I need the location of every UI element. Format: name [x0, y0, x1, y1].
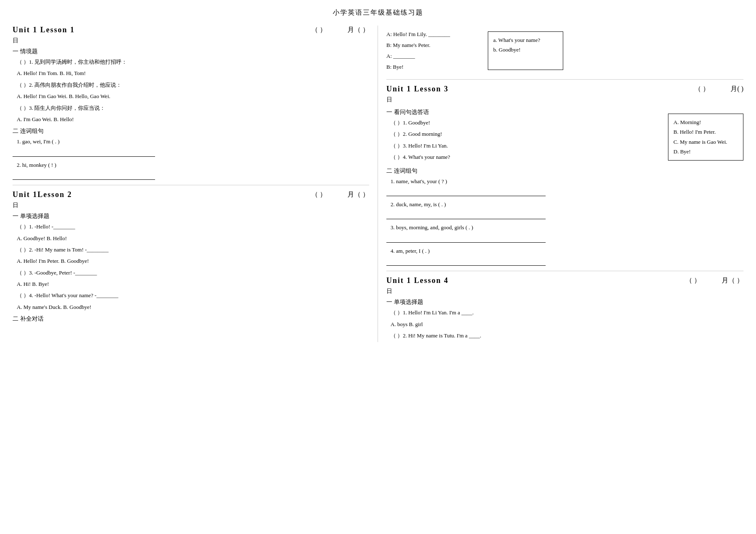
l3-ans-b: B. Hello! I'm Peter.: [673, 127, 738, 137]
unit1-lesson1-header: Unit 1 Lesson 1 （ ） 月（ ）: [13, 26, 369, 34]
l2-q1: （ ）1. -Hello! -________: [13, 222, 369, 231]
lesson2-dialogue: A: Hello! I'm Lily. ________ B: My name'…: [386, 29, 743, 73]
lesson3-content: 一 看问句选答语 （ ）1. Goodbye! （ ）2. Good morni…: [386, 105, 743, 164]
l4-q2: （ ）2. Hi! My name is Tutu. I'm a ____.: [386, 331, 743, 340]
unit1-lesson3-header: Unit 1 Lesson 3 （ ） 月( ): [386, 85, 743, 93]
l3-ans-a: A. Morning!: [673, 117, 738, 127]
unit1-lesson4-month: 月（ ）: [722, 276, 743, 285]
unit1-lesson4-date: 日: [386, 288, 743, 295]
unit1-lesson1-s2-q2: 2. hi, monkey ( ! ): [13, 160, 369, 170]
unit1-lesson1-section: Unit 1 Lesson 1 （ ） 月（ ） 日 一 情境题 （ ）1. 见…: [13, 26, 369, 180]
question-1-2: （ ）2. 高伟向朋友作自我介绍时，他应说：: [13, 80, 369, 90]
lesson3-answer-box: A. Morning! B. Hello! I'm Peter. C. My n…: [668, 114, 743, 161]
lesson3-questions: 一 看问句选答语 （ ）1. Goodbye! （ ）2. Good morni…: [386, 105, 660, 164]
divider-1: [13, 185, 369, 185]
l3-q3: （ ）3. Hello! I'm Li Yan.: [386, 141, 660, 150]
unit1-lesson2-header: Unit 1Lesson 2 （ ） 月（ ）: [13, 190, 369, 199]
unit1-lesson4-title: Unit 1 Lesson 4: [386, 276, 686, 285]
unit1-lesson2-title: Unit 1Lesson 2: [13, 190, 311, 199]
main-content: Unit 1 Lesson 1 （ ） 月（ ） 日 一 情境题 （ ）1. 见…: [13, 26, 743, 342]
unit1-lesson1-section1-title: 一 情境题: [13, 48, 369, 55]
l3-q2: （ ）2. Good morning!: [386, 129, 660, 139]
question-1-1-options: A. Hello! I'm Tom. B. Hi, Tom!: [13, 68, 369, 78]
unit1-lesson3-section: Unit 1 Lesson 3 （ ） 月( ) 日 一 看问句选答语 （ ）1…: [386, 85, 743, 266]
unit1-lesson3-month: 月( ): [730, 85, 743, 93]
l4-q1-options: A. boys B. girl: [386, 319, 743, 329]
dialogue-line-2: B: My name's Peter.: [386, 40, 450, 51]
answer-a: a. What's your name?: [493, 35, 558, 45]
answer-line-2: [13, 171, 155, 180]
unit1-lesson1-score: （ ）: [311, 26, 326, 34]
l3-answer-line-2: [386, 211, 546, 219]
unit1-lesson4-section1-title: 一 单项选择题: [386, 298, 743, 306]
unit1-lesson4-section: Unit 1 Lesson 4 （ ） 月（ ） 日 一 单项选择题 （ ）1.…: [386, 276, 743, 340]
unit1-lesson1-date: 日: [13, 37, 369, 44]
unit1-lesson3-title: Unit 1 Lesson 3: [386, 85, 694, 93]
lesson3-s2-title: 二 连词组句: [386, 167, 743, 175]
l3-s2-q2: 2. duck, name, my, is ( . ): [386, 200, 743, 209]
right-column: A: Hello! I'm Lily. ________ B: My name'…: [378, 26, 743, 342]
lesson2-answer-box: a. What's your name? b. Goodbye!: [488, 31, 563, 70]
unit1-lesson2-month: 月（ ）: [347, 190, 369, 199]
l3-q4: （ ）4. What's your name?: [386, 152, 660, 162]
l3-q1: （ ）1. Goodbye!: [386, 118, 660, 127]
l2-q3-options: A. Hi! B. Bye!: [13, 279, 369, 289]
l3-answer-line-3: [386, 234, 546, 243]
question-1-2-options: A. Hello! I'm Gao Wei. B. Hello, Gao Wei…: [13, 91, 369, 101]
question-1-3: （ ）3. 陌生人向你问好，你应当说：: [13, 103, 369, 113]
l3-ans-c: C. My name is Gao Wei.: [673, 137, 738, 147]
answer-b: b. Goodbye!: [493, 45, 558, 54]
page-title: 小学英语三年级基础练习题: [13, 8, 743, 17]
unit1-lesson4-score: （ ）: [686, 276, 701, 285]
l2-q4: （ ）4. -Hello! What's your name? -_______…: [13, 290, 369, 300]
l3-s2-q3: 3. boys, morning, and, good, girls ( . ): [386, 223, 743, 232]
dialogue-line-4: B: Bye!: [386, 62, 450, 73]
l4-q1: （ ）1. Hello! I'm Li Yan. I'm a ____.: [386, 308, 743, 317]
divider-right-2: [386, 271, 743, 271]
unit1-lesson2-section: Unit 1Lesson 2 （ ） 月（ ） 日 一 单项选择题 （ ）1. …: [13, 190, 369, 323]
l2-q1-options: A. Goodbye! B. Hello!: [13, 233, 369, 243]
l3-answer-line-1: [386, 188, 546, 196]
unit1-lesson2-section1-title: 一 单项选择题: [13, 213, 369, 220]
unit1-lesson2-score: （ ）: [311, 190, 326, 199]
divider-right-1: [386, 79, 743, 80]
unit1-lesson4-header: Unit 1 Lesson 4 （ ） 月（ ）: [386, 276, 743, 285]
unit1-lesson3-date: 日: [386, 96, 743, 104]
l3-ans-d: D. Bye!: [673, 147, 738, 156]
l2-q2-options: A. Hello! I'm Peter. B. Goodbye!: [13, 256, 369, 266]
unit1-lesson2-section2-title: 二 补全对话: [13, 315, 369, 323]
unit1-lesson1-month: 月（ ）: [347, 26, 369, 34]
question-1-3-options: A. I'm Gao Wei. B. Hello!: [13, 114, 369, 124]
answer-line-1: [13, 148, 155, 157]
l2-q4-options: A. My name's Duck. B. Goodbye!: [13, 302, 369, 312]
dialogue-line-3: A: ________: [386, 51, 450, 62]
lesson3-s1-title: 一 看问句选答语: [386, 109, 660, 116]
l3-s2-q1: 1. name, what's, your ( ? ): [386, 176, 743, 186]
l3-s2-q4: 4. am, peter, I ( . ): [386, 246, 743, 256]
l2-q3: （ ）3. -Goodbye, Peter! -________: [13, 268, 369, 277]
unit1-lesson1-section2-title: 二 连词组句: [13, 127, 369, 135]
unit1-lesson3-score: （ ）: [694, 85, 709, 93]
unit1-lesson1-title: Unit 1 Lesson 1: [13, 26, 311, 34]
unit1-lesson2-date: 日: [13, 202, 369, 209]
dialogue-line-1: A: Hello! I'm Lily. ________: [386, 29, 450, 40]
dialogue-lines: A: Hello! I'm Lily. ________ B: My name'…: [386, 29, 450, 73]
left-column: Unit 1 Lesson 1 （ ） 月（ ） 日 一 情境题 （ ）1. 见…: [13, 26, 378, 342]
unit1-lesson1-s2-q1: 1. gao, wei, I'm ( . ): [13, 137, 369, 146]
l2-q2: （ ）2. -Hi! My name is Tom! -________: [13, 245, 369, 254]
question-1-1: （ ）1. 见到同学汤姆时，你主动和他打招呼：: [13, 57, 369, 67]
l3-answer-line-4: [386, 257, 546, 266]
page-container: 小学英语三年级基础练习题 Unit 1 Lesson 1 （ ） 月（ ） 日 …: [0, 0, 756, 350]
